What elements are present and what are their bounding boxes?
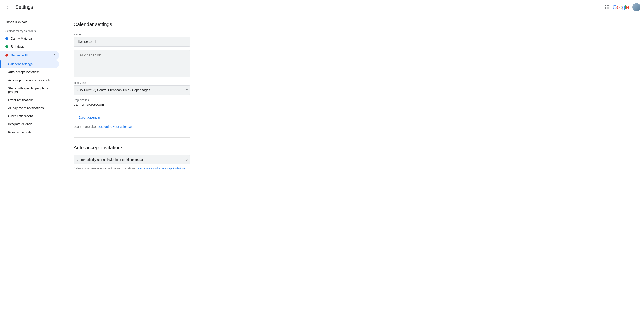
sidebar-sub-item-remove-calendar[interactable]: Remove calendar	[0, 128, 59, 136]
learn-more-link[interactable]: exporting your calendar	[99, 125, 132, 128]
user-avatar[interactable]	[632, 3, 640, 11]
sub-item-event-notifications-label: Event notifications	[8, 98, 34, 102]
auto-accept-dropdown-wrapper: Automatically add all invitations to thi…	[74, 155, 190, 164]
apps-button[interactable]	[604, 3, 611, 11]
calendar-note-text: Calendars for resources can auto-accept …	[74, 167, 136, 170]
sidebar-sub-item-access-permissions[interactable]: Access permissions for events	[0, 76, 59, 84]
sub-item-remove-calendar-label: Remove calendar	[8, 131, 33, 134]
danny-dot	[6, 37, 8, 40]
auto-accept-section: Auto-accept invitations Automatically ad…	[74, 145, 254, 170]
google-logo: Google	[613, 4, 629, 10]
sidebar-item-import-export[interactable]: Import & export	[0, 18, 59, 26]
sidebar-sub-item-allday-notifications[interactable]: All-day event notifications	[0, 104, 59, 112]
sidebar-semester3-label: Semester III	[11, 54, 49, 57]
org-label: Organization	[74, 98, 254, 102]
sidebar-section-label: Settings for my calendars	[0, 28, 62, 34]
sidebar-sub-item-auto-accept[interactable]: Auto-accept invitations	[0, 68, 59, 76]
timezone-select-wrapper: (GMT+02:00) Central European Time - Cope…	[74, 85, 190, 95]
sidebar-sub-item-integrate-calendar[interactable]: Integrate calendar	[0, 120, 59, 128]
sub-item-access-permissions-label: Access permissions for events	[8, 78, 50, 82]
export-btn-label: Export calendar	[78, 116, 100, 119]
calendar-note-link[interactable]: Learn more about auto-accept invitations	[136, 167, 185, 170]
auto-accept-title: Auto-accept invitations	[74, 145, 254, 151]
sidebar-sub-item-other-notifications[interactable]: Other notifications	[0, 112, 59, 120]
avatar-image	[632, 3, 640, 11]
calendar-note: Calendars for resources can auto-accept …	[74, 167, 254, 170]
section-divider	[74, 137, 190, 138]
header-right: Google	[604, 3, 640, 11]
sub-item-share-specific-label: Share with specific people or groups	[8, 87, 56, 94]
page-title: Settings	[15, 4, 604, 10]
sidebar-item-birthdays[interactable]: Birthdays	[0, 43, 59, 51]
sidebar-item-semester3[interactable]: Semester III ⌃	[0, 51, 59, 60]
semester3-dot	[6, 54, 8, 57]
birthdays-dot	[6, 45, 8, 48]
expand-icon: ⌃	[52, 53, 56, 58]
sidebar-danny-label: Danny Maiorca	[11, 37, 56, 40]
auto-accept-dropdown[interactable]: Automatically add all invitations to thi…	[74, 155, 190, 164]
timezone-field: Time zone (GMT+02:00) Central European T…	[74, 81, 254, 95]
grid-dots-icon	[605, 5, 609, 9]
calendar-settings-title: Calendar settings	[74, 21, 254, 27]
org-value: dannymaiorca.com	[74, 102, 254, 106]
organization-field: Organization dannymaiorca.com	[74, 98, 254, 106]
sub-item-integrate-calendar-label: Integrate calendar	[8, 122, 34, 126]
name-field: Name	[74, 33, 254, 47]
export-calendar-button[interactable]: Export calendar	[74, 114, 105, 121]
sidebar-birthdays-label: Birthdays	[11, 45, 56, 48]
sub-item-calendar-settings-label: Calendar settings	[8, 62, 32, 66]
main-layout: Import & export Settings for my calendar…	[0, 14, 644, 316]
name-input[interactable]	[74, 37, 190, 47]
learn-more-prefix: Learn more about	[74, 125, 99, 128]
sidebar-sub-item-event-notifications[interactable]: Event notifications	[0, 96, 59, 104]
main-content: Calendar settings Name Time zone (GMT+02…	[63, 14, 265, 316]
sub-item-other-notifications-label: Other notifications	[8, 114, 34, 118]
timezone-select[interactable]: (GMT+02:00) Central European Time - Cope…	[74, 85, 190, 95]
sub-item-allday-notifications-label: All-day event notifications	[8, 106, 44, 110]
timezone-label: Time zone	[74, 81, 254, 84]
sidebar-import-export-label: Import & export	[6, 20, 56, 24]
sidebar-item-danny[interactable]: Danny Maiorca	[0, 34, 59, 43]
back-button[interactable]	[4, 3, 12, 12]
sidebar-sub-item-share-specific[interactable]: Share with specific people or groups	[0, 84, 59, 96]
sidebar-sub-item-calendar-settings[interactable]: Calendar settings	[0, 60, 59, 68]
description-textarea[interactable]	[74, 50, 190, 77]
sidebar: Import & export Settings for my calendar…	[0, 14, 63, 316]
sub-item-auto-accept-label: Auto-accept invitations	[8, 70, 40, 74]
learn-more-text: Learn more about exporting your calendar	[74, 125, 254, 128]
name-label: Name	[74, 33, 254, 36]
description-field	[74, 50, 254, 78]
top-header: Settings Google	[0, 0, 644, 14]
